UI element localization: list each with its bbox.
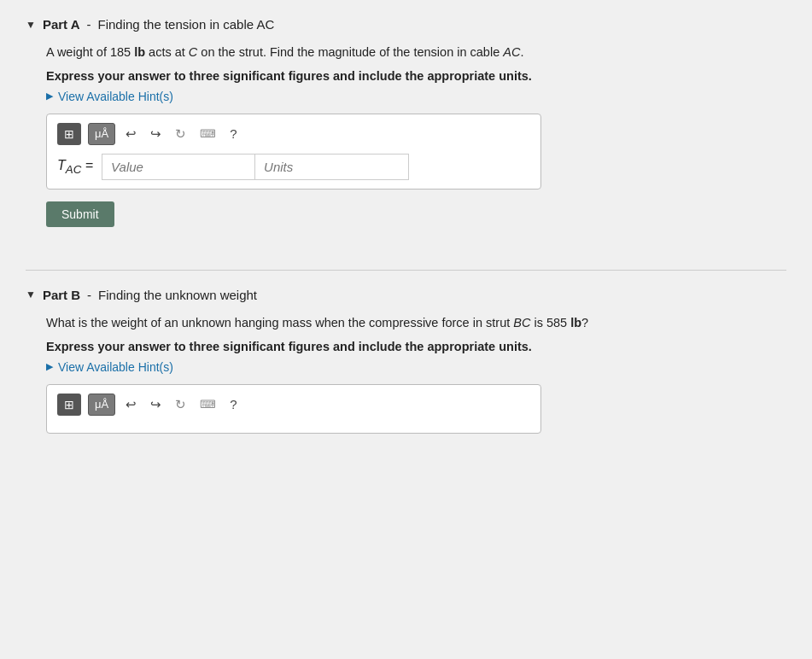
part-b-mu-label: μÅ — [95, 398, 108, 411]
part-a-header: ▼ Part A - Finding the tension in cable … — [26, 17, 786, 32]
undo-icon[interactable]: ↩ — [122, 125, 140, 143]
part-b-dash: - — [87, 288, 91, 302]
part-a-hint-label: View Available Hint(s) — [58, 90, 173, 103]
keyboard-icon[interactable]: ⌨ — [196, 125, 219, 142]
part-a-value-input[interactable] — [102, 154, 255, 180]
part-b-undo-icon[interactable]: ↩ — [122, 395, 140, 414]
redo-icon[interactable]: ↪ — [147, 125, 165, 143]
help-icon[interactable]: ? — [226, 125, 240, 143]
part-a-title: Part A — [43, 17, 80, 32]
part-a-equation-label: TAC = — [57, 158, 93, 176]
part-b-chevron-icon[interactable]: ▼ — [26, 289, 36, 300]
part-b-matrix-button[interactable]: ⊞ — [57, 394, 81, 416]
part-a-units-input[interactable] — [255, 154, 409, 180]
matrix-icon: ⊞ — [64, 127, 74, 141]
part-a-chevron-icon[interactable]: ▼ — [26, 19, 36, 31]
part-b-redo-icon[interactable]: ↪ — [147, 395, 165, 414]
part-a-dash: - — [87, 17, 91, 32]
part-a-subtitle: Finding the tension in cable AC — [98, 17, 275, 32]
part-b-header: ▼ Part B - Finding the unknown weight — [26, 288, 786, 302]
part-b-help-icon[interactable]: ? — [226, 395, 240, 413]
part-b-hint-label: View Available Hint(s) — [58, 360, 173, 374]
part-a-hint-chevron-icon: ▶ — [46, 90, 53, 102]
part-b-toolbar: ⊞ μÅ ↩ ↪ ↻ ⌨ ? — [57, 394, 530, 416]
part-a-input-row: TAC = — [57, 154, 530, 180]
part-b-refresh-icon[interactable]: ↻ — [172, 395, 190, 414]
part-a-instruction: Express your answer to three significant… — [46, 69, 786, 83]
part-b-keyboard-icon[interactable]: ⌨ — [196, 396, 219, 412]
part-b-section: ▼ Part B - Finding the unknown weight Wh… — [26, 288, 786, 434]
part-b-matrix-icon: ⊞ — [64, 398, 74, 411]
part-b-title: Part B — [43, 288, 80, 302]
part-a-hint-link[interactable]: ▶ View Available Hint(s) — [46, 90, 786, 103]
part-b-hint-link[interactable]: ▶ View Available Hint(s) — [46, 360, 786, 374]
part-a-submit-button[interactable]: Submit — [46, 201, 114, 227]
part-b-instruction: Express your answer to three significant… — [46, 340, 786, 353]
mu-button[interactable]: μÅ — [88, 123, 115, 145]
part-b-mu-button[interactable]: μÅ — [88, 394, 115, 416]
part-a-answer-box: ⊞ μÅ ↩ ↪ ↻ ⌨ ? TAC = — [46, 114, 541, 190]
section-divider — [26, 270, 786, 271]
part-a-section: ▼ Part A - Finding the tension in cable … — [26, 17, 786, 244]
part-b-subtitle: Finding the unknown weight — [98, 288, 257, 302]
part-b-hint-chevron-icon: ▶ — [46, 361, 53, 372]
part-a-description: A weight of 185 lb acts at C on the stru… — [46, 44, 786, 62]
part-b-description: What is the weight of an unknown hanging… — [46, 314, 786, 333]
part-a-toolbar: ⊞ μÅ ↩ ↪ ↻ ⌨ ? — [57, 123, 530, 145]
part-b-answer-box: ⊞ μÅ ↩ ↪ ↻ ⌨ ? — [46, 384, 541, 434]
refresh-icon[interactable]: ↻ — [172, 125, 190, 143]
matrix-button[interactable]: ⊞ — [57, 123, 81, 145]
mu-label: μÅ — [95, 127, 108, 140]
